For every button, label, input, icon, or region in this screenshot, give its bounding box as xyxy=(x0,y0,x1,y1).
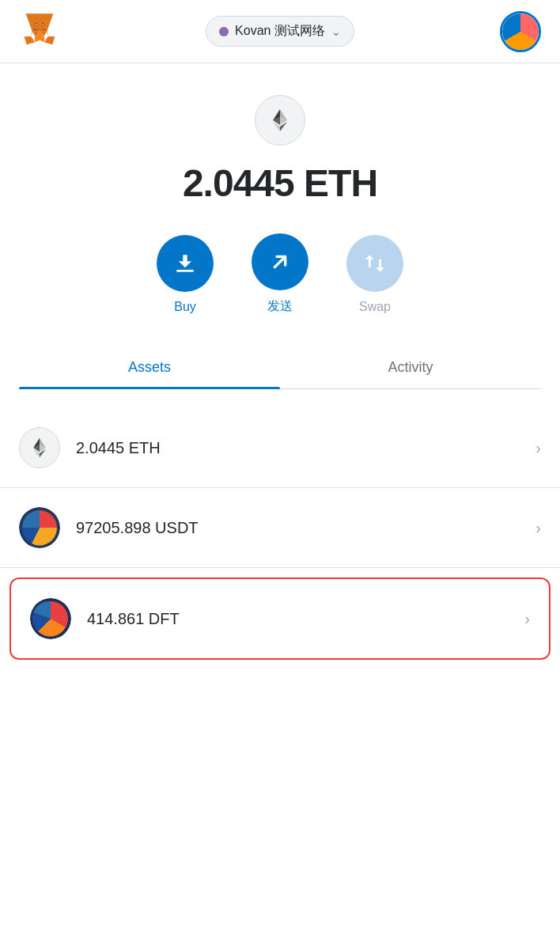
swap-label: Swap xyxy=(359,300,391,314)
chevron-down-icon: ⌄ xyxy=(331,25,341,38)
eth-asset-amount: 2.0445 ETH xyxy=(76,439,520,457)
wallet-balance: 2.0445 ETH xyxy=(183,161,377,205)
action-buttons: Buy 发送 Swap xyxy=(157,233,403,315)
asset-item-dft[interactable]: 414.861 DFT › xyxy=(9,578,551,660)
asset-item-eth[interactable]: 2.0445 ETH › xyxy=(0,408,560,488)
main-content: 2.0445 ETH Buy 发送 xyxy=(0,63,560,943)
buy-action[interactable]: Buy xyxy=(157,235,214,314)
eth-currency-icon xyxy=(255,95,305,146)
swap-button[interactable] xyxy=(346,235,403,292)
avatar-graphic xyxy=(502,13,539,50)
svg-point-23 xyxy=(42,23,44,25)
header: Kovan 测试网络 ⌄ xyxy=(0,0,560,63)
wallet-section: 2.0445 ETH Buy 发送 xyxy=(0,63,560,408)
svg-marker-2 xyxy=(44,36,55,44)
tabs: Assets Activity xyxy=(19,347,541,389)
usdt-asset-chevron: › xyxy=(535,519,541,537)
asset-item-usdt[interactable]: 97205.898 USDT › xyxy=(0,488,560,568)
send-button[interactable] xyxy=(252,233,308,290)
send-action[interactable]: 发送 xyxy=(252,233,308,315)
usdt-asset-amount: 97205.898 USDT xyxy=(76,519,520,537)
tab-activity[interactable]: Activity xyxy=(280,347,541,388)
eth-asset-icon xyxy=(19,427,60,468)
metamask-logo xyxy=(19,9,60,54)
asset-list: 2.0445 ETH › 97205.898 USDT › xyxy=(0,408,560,660)
dft-asset-icon xyxy=(30,598,71,639)
eth-asset-chevron: › xyxy=(535,439,541,457)
network-dot xyxy=(219,27,229,36)
dft-asset-chevron: › xyxy=(524,610,530,628)
buy-label: Buy xyxy=(174,300,196,314)
buy-button[interactable] xyxy=(157,235,214,292)
svg-rect-31 xyxy=(176,270,193,272)
svg-point-22 xyxy=(36,23,37,25)
account-avatar[interactable] xyxy=(500,11,541,52)
network-name: Kovan 测试网络 xyxy=(235,23,325,40)
usdt-asset-icon xyxy=(19,507,60,548)
dft-asset-amount: 414.861 DFT xyxy=(87,610,509,628)
svg-marker-3 xyxy=(25,36,35,44)
network-selector[interactable]: Kovan 测试网络 ⌄ xyxy=(206,16,354,47)
send-label: 发送 xyxy=(267,298,293,315)
tab-assets[interactable]: Assets xyxy=(19,347,280,388)
swap-action[interactable]: Swap xyxy=(346,235,403,314)
